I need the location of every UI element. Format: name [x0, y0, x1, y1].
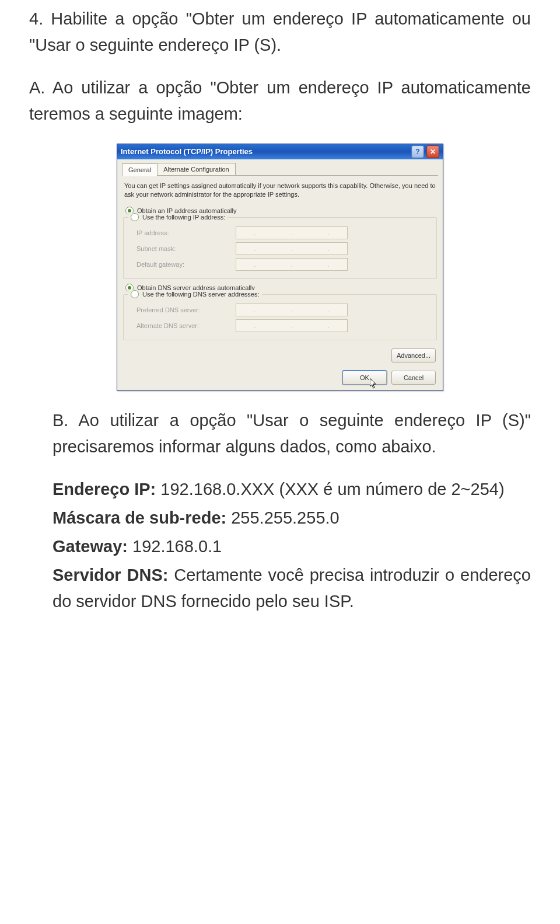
input-default-gateway: ...: [236, 258, 348, 271]
tab-general[interactable]: General: [122, 163, 158, 176]
field-ip-address: IP address: ...: [136, 226, 424, 239]
paragraph-option-b: B. Ao utilizar a opção "Usar o seguinte …: [29, 407, 531, 460]
cancel-button[interactable]: Cancel: [391, 371, 436, 385]
paragraph-step-4: 4. Habilite a opção "Obter um endereço I…: [29, 6, 531, 58]
field-subnet-mask: Subnet mask: ...: [136, 242, 424, 255]
ok-button[interactable]: OK: [342, 371, 387, 385]
radio-label: Use the following IP address:: [142, 214, 225, 221]
spec-dns: Servidor DNS: Certamente você precisa in…: [29, 562, 531, 615]
label-alternate-dns: Alternate DNS server:: [136, 322, 236, 329]
spec-ip-value: 192.168.0.XXX (XXX é um número de 2~254): [160, 480, 504, 498]
radio-use-ip[interactable]: [131, 213, 139, 221]
input-subnet-mask: ...: [236, 242, 348, 255]
spec-mask: Máscara de sub-rede: 255.255.255.0: [29, 505, 531, 531]
spec-mask-label: Máscara de sub-rede:: [52, 508, 231, 527]
spec-gw-value: 192.168.0.1: [132, 537, 222, 556]
paragraph-option-a: A. Ao utilizar a opção "Obter um endereç…: [29, 75, 531, 127]
cursor-icon: [370, 378, 378, 389]
radio-label: Use the following DNS server addresses:: [142, 291, 260, 298]
spec-gw-label: Gateway:: [52, 537, 132, 556]
input-preferred-dns: ...: [236, 304, 348, 316]
ok-button-label: OK: [360, 374, 369, 381]
spec-dns-label: Servidor DNS:: [52, 566, 174, 584]
advanced-button[interactable]: Advanced...: [391, 348, 436, 362]
field-alternate-dns: Alternate DNS server: ...: [136, 319, 424, 332]
dialog-titlebar: Internet Protocol (TCP/IP) Properties ? …: [117, 144, 443, 159]
dialog-title: Internet Protocol (TCP/IP) Properties: [121, 147, 411, 156]
tab-alternate-configuration[interactable]: Alternate Configuration: [157, 163, 236, 175]
field-preferred-dns: Preferred DNS server: ...: [136, 304, 424, 316]
spec-gateway: Gateway: 192.168.0.1: [29, 534, 531, 560]
tcpip-properties-dialog: Internet Protocol (TCP/IP) Properties ? …: [117, 144, 443, 392]
label-preferred-dns: Preferred DNS server:: [136, 306, 236, 313]
help-icon[interactable]: ?: [411, 145, 424, 158]
dialog-description: You can get IP settings assigned automat…: [124, 182, 436, 199]
field-default-gateway: Default gateway: ...: [136, 258, 424, 271]
spec-mask-value: 255.255.255.0: [231, 508, 339, 527]
input-alternate-dns: ...: [236, 319, 348, 332]
label-ip-address: IP address:: [136, 229, 236, 236]
label-subnet-mask: Subnet mask:: [136, 245, 236, 252]
close-icon[interactable]: ✕: [426, 145, 439, 158]
label-default-gateway: Default gateway:: [136, 261, 236, 268]
radio-use-dns[interactable]: [131, 290, 139, 298]
input-ip-address: ...: [236, 226, 348, 239]
tab-strip: General Alternate Configuration: [122, 163, 438, 176]
spec-ip: Endereço IP: 192.168.0.XXX (XXX é um núm…: [29, 476, 531, 503]
spec-ip-label: Endereço IP:: [52, 480, 160, 498]
